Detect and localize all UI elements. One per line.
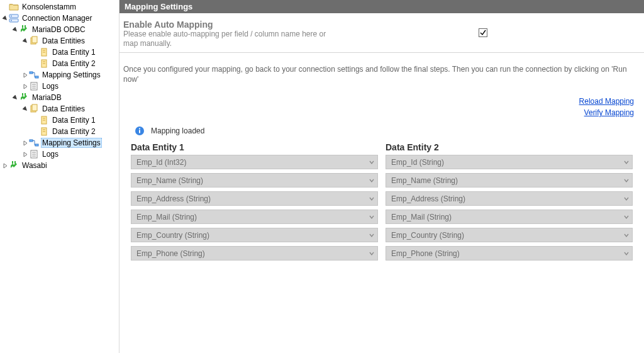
tree-item-label: Wasabi — [21, 161, 48, 170]
tree-item[interactable]: Connection Manager — [0, 13, 119, 24]
enable-auto-checkbox[interactable] — [479, 28, 487, 37]
left-col-heading: Data Entity 1 — [131, 142, 378, 152]
tree-item-label: Mapping Settings — [41, 70, 102, 79]
field-select-left[interactable]: Emp_Id (Int32) — [131, 155, 378, 169]
field-select-value: Emp_Phone (String) — [391, 249, 460, 258]
tree-item[interactable]: Data Entity 1 — [0, 115, 119, 126]
verify-mapping-link[interactable]: Verify Mapping — [123, 108, 634, 117]
field-select-right[interactable]: Emp_Name (String) — [386, 173, 633, 188]
tree-item[interactable]: Data Entities — [0, 103, 119, 115]
field-select-left[interactable]: Emp_Country (String) — [131, 228, 378, 242]
check-icon — [479, 29, 487, 36]
chevron-down-icon — [369, 177, 375, 184]
field-select-left[interactable]: Emp_Name (String) — [131, 173, 378, 188]
tree-item[interactable]: Mapping Settings — [0, 137, 119, 148]
mapping-column-right: Data Entity 2 Emp_Id (String)Emp_Name (S… — [386, 140, 633, 264]
field-select-value: Emp_Address (String) — [391, 194, 465, 203]
tree-item-label: Logs — [41, 82, 60, 91]
tree-expander-icon[interactable] — [21, 71, 29, 79]
tree-expander-icon[interactable] — [11, 94, 19, 101]
entity-icon — [39, 126, 49, 137]
main-panel: Mapping Settings Enable Auto Mapping Ple… — [119, 0, 644, 353]
tree-item-label: Data Entities — [41, 104, 86, 113]
tree-item[interactable]: Data Entity 2 — [0, 126, 119, 137]
chevron-down-icon — [369, 232, 375, 238]
folder-open-icon — [9, 2, 19, 12]
tree-item[interactable]: Data Entity 2 — [0, 58, 119, 69]
field-select-value: Emp_Id (String) — [391, 158, 444, 167]
tree-expander-icon[interactable] — [21, 139, 29, 147]
tree-item-label: Mapping Settings — [41, 138, 102, 148]
field-select-value: Emp_Mail (String) — [136, 213, 197, 221]
tree-expander-icon[interactable] — [1, 14, 9, 22]
mapping-icon — [29, 138, 39, 148]
tree-item[interactable]: Logs — [0, 148, 119, 160]
svg-rect-21 — [25, 93, 26, 96]
tree-expander-icon[interactable] — [11, 26, 19, 33]
field-select-value: Emp_Name (String) — [391, 176, 458, 185]
chevron-down-icon — [623, 196, 630, 202]
status-text: Mapping loaded — [151, 126, 204, 135]
logs-icon — [29, 81, 39, 91]
tree-item-label: Konsolenstamm — [21, 3, 77, 11]
svg-rect-15 — [35, 76, 38, 78]
chevron-down-icon — [623, 177, 630, 184]
tree-expander-icon[interactable] — [21, 150, 29, 158]
svg-rect-4 — [22, 25, 23, 28]
field-select-right[interactable]: Emp_Id (String) — [386, 155, 633, 169]
tree-item[interactable]: MariaDB ODBC — [0, 24, 119, 35]
chevron-down-icon — [369, 250, 375, 257]
chevron-down-icon — [623, 232, 630, 238]
status-row: Mapping loaded — [119, 122, 644, 140]
tree-item[interactable]: Konsolenstamm — [0, 1, 119, 13]
field-select-right[interactable]: Emp_Mail (String) — [386, 210, 633, 224]
tree-expander-icon[interactable] — [21, 37, 29, 45]
field-select-left[interactable]: Emp_Mail (String) — [131, 210, 378, 224]
field-select-right[interactable]: Emp_Phone (String) — [386, 246, 633, 261]
svg-rect-36 — [12, 161, 13, 164]
reload-mapping-link[interactable]: Reload Mapping — [123, 97, 634, 106]
conn-mgr-icon — [9, 13, 19, 23]
tree-item[interactable]: Logs — [0, 81, 119, 92]
entity-icon — [39, 47, 49, 57]
entities-icon — [29, 36, 39, 46]
tree-item-label: Logs — [41, 150, 60, 159]
tree-item[interactable]: Mapping Settings — [0, 69, 119, 81]
tree-item[interactable]: Wasabi — [0, 160, 119, 171]
field-select-value: Emp_Id (Int32) — [136, 158, 186, 167]
svg-point-39 — [139, 128, 140, 130]
tree-item-label: Data Entities — [41, 36, 86, 45]
tree-item[interactable]: Data Entity 1 — [0, 47, 119, 58]
field-select-value: Emp_Country (String) — [136, 231, 209, 240]
svg-rect-31 — [35, 144, 38, 146]
tree-expander-icon[interactable] — [21, 105, 29, 113]
tree-expander-icon[interactable] — [21, 82, 29, 90]
tree-expander-icon[interactable] — [1, 162, 9, 169]
logs-icon — [29, 149, 39, 159]
right-col-heading: Data Entity 2 — [386, 142, 633, 152]
tree-item-label: Data Entity 1 — [51, 48, 97, 57]
svg-rect-23 — [32, 104, 37, 111]
chevron-down-icon — [623, 214, 630, 220]
field-select-left[interactable]: Emp_Phone (String) — [131, 246, 378, 261]
chevron-down-icon — [623, 250, 630, 257]
enable-auto-mapping-row: Enable Auto Mapping Please enable auto-m… — [119, 13, 644, 53]
field-select-value: Emp_Name (String) — [136, 176, 203, 185]
tree-sidebar: KonsolenstammConnection ManagerMariaDB O… — [0, 0, 119, 353]
tree-item[interactable]: Data Entities — [0, 35, 119, 47]
entities-icon — [29, 104, 39, 114]
tree-item-label: Connection Manager — [21, 14, 93, 23]
plug-green-icon — [19, 25, 29, 35]
enable-auto-title: Enable Auto Mapping — [123, 20, 331, 30]
svg-rect-37 — [14, 161, 16, 164]
svg-rect-7 — [32, 36, 37, 43]
field-select-right[interactable]: Emp_Country (String) — [386, 228, 633, 242]
mapping-icon — [29, 70, 39, 80]
chevron-down-icon — [623, 159, 630, 165]
tree-item[interactable]: MariaDB — [0, 92, 119, 103]
field-select-left[interactable]: Emp_Address (String) — [131, 191, 378, 206]
field-select-right[interactable]: Emp_Address (String) — [386, 191, 633, 206]
svg-point-2 — [11, 16, 12, 17]
panel-title: Mapping Settings — [119, 0, 644, 13]
svg-rect-30 — [30, 140, 33, 142]
